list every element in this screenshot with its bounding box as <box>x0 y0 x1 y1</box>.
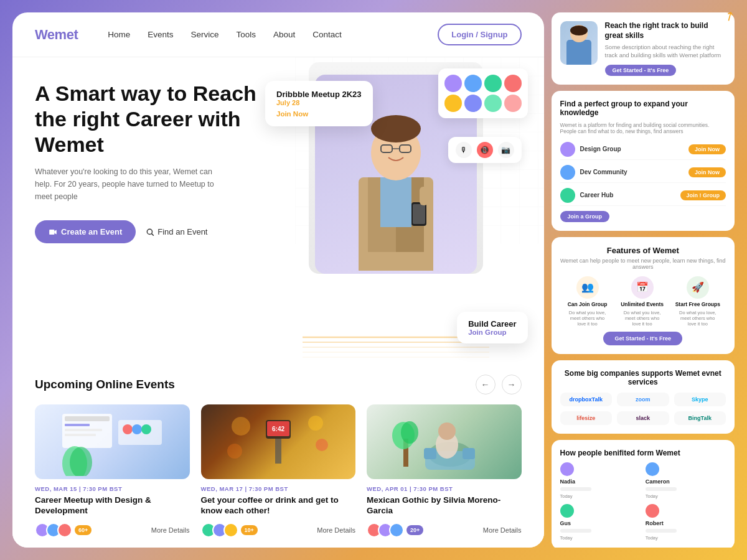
end-call-icon: 📵 <box>477 142 493 158</box>
search-icon <box>146 228 154 236</box>
benefit-name-2: Cameron <box>646 478 726 485</box>
events-grid: WED, MAR 15 | 7:30 PM BST Career Meetup … <box>35 404 522 538</box>
feature-label-events: Unlimited Events <box>621 301 664 307</box>
nav-tools[interactable]: Tools <box>237 30 256 39</box>
group-row-3: Career Hub Join ! Group <box>560 185 726 206</box>
rp-card-reach: Reach the right track to build great ski… <box>552 12 735 85</box>
event-image-1 <box>35 404 190 479</box>
rp-person-image <box>560 21 598 65</box>
benefit-bar-4 <box>646 529 677 533</box>
group-avatar-1 <box>560 142 575 157</box>
svg-rect-1 <box>49 230 54 235</box>
svg-rect-23 <box>65 416 110 421</box>
find-event-button[interactable]: Find an Event <box>146 227 207 236</box>
event-footer-2: 10+ More Details <box>201 523 356 538</box>
event-card-date: July 28 <box>276 99 362 106</box>
benefit-name-3: Gus <box>560 520 641 526</box>
group-avatar-3 <box>560 188 575 203</box>
event-item-3: WED, APR 01 | 7:30 PM BST Mexican Gothic… <box>367 404 522 538</box>
features-subtitle: Wemet can help people to meet new people… <box>560 258 726 270</box>
svg-rect-34 <box>275 439 281 464</box>
build-career-card: Build Career Join Group <box>457 312 527 343</box>
rp-reach-title: Reach the right track to build great ski… <box>605 21 726 40</box>
event-date-badge-2: WED, MAR 17 | 7:30 PM BST <box>201 485 356 492</box>
event-name-1: Career Meetup with Design & Development <box>35 495 190 516</box>
feature-icon-group: 👥 <box>576 276 599 299</box>
svg-point-49 <box>401 421 418 444</box>
nav-contact[interactable]: Contact <box>312 30 342 39</box>
hero-right: Dribbble Meetup 2K23 July 28 Join Now <box>271 62 522 362</box>
more-details-1[interactable]: More Details <box>151 526 190 534</box>
group-name-1: Design Group <box>580 146 621 152</box>
feature-unlimited-events: 📅 Unlimited Events Do what you love, mee… <box>621 276 664 327</box>
logo-prefix: We <box>35 27 55 42</box>
group-avatar-2 <box>560 165 575 180</box>
join-group-btn-3[interactable]: Join ! Group <box>680 190 726 200</box>
find-event-label: Find an Event <box>157 227 207 236</box>
features-get-started-btn[interactable]: Get Started - It's Free <box>603 332 682 345</box>
company-logos: dropboxTalk zoom Skype lifesize slack Bi… <box>560 393 726 425</box>
rp-features-card: Features of Wemet Wemet can help people … <box>552 237 735 354</box>
benefit-role-2: Today <box>646 493 726 499</box>
company-logo-lifesize: lifesize <box>560 411 612 425</box>
attendee-count-2: 10+ <box>241 525 258 535</box>
join-group-link[interactable]: Join Group <box>468 329 516 336</box>
nav-events[interactable]: Events <box>148 30 173 39</box>
next-arrow-button[interactable]: → <box>502 375 522 394</box>
avatar-sm <box>464 95 482 112</box>
create-event-button[interactable]: Create an Event <box>35 220 136 243</box>
rp-reach-desc: Some description about reaching the righ… <box>605 43 726 60</box>
feature-icon-events: 📅 <box>631 276 654 299</box>
section-header: Upcoming Online Events ← → <box>35 375 522 394</box>
more-details-3[interactable]: More Details <box>483 526 522 534</box>
svg-rect-24 <box>65 424 90 426</box>
svg-point-36 <box>308 416 323 431</box>
feature-desc-events: Do what you love, meet others who love i… <box>621 310 664 327</box>
feature-desc-group: Do what you love, meet others who love i… <box>566 310 609 327</box>
main-card: Wemet Home Events Service Tools About Co… <box>12 12 544 548</box>
benefit-bar-3 <box>560 529 591 533</box>
event-img-coffee: 6:42 <box>201 404 356 479</box>
svg-point-38 <box>227 444 242 459</box>
benefit-user-4: Robert Today <box>646 504 726 541</box>
avatars-card <box>438 68 528 118</box>
feature-join-group: 👥 Can Join Group Do what you love, meet … <box>566 276 609 327</box>
join-group-btn-1[interactable]: Join Now <box>688 144 726 154</box>
benefit-avatar-3 <box>560 504 574 518</box>
benefit-role-4: Today <box>646 535 726 541</box>
rp-card-reach-text: Reach the right track to build great ski… <box>605 21 726 76</box>
svg-rect-15 <box>413 204 425 224</box>
nav-service[interactable]: Service <box>191 30 219 39</box>
company-logo-zoom: zoom <box>617 393 669 406</box>
event-date-text: July 28 <box>276 99 299 106</box>
event-name-2: Get your coffee or drink and get to know… <box>201 495 356 516</box>
rp-companies-card: Some big companies supports Wemet evnet … <box>552 360 735 434</box>
svg-rect-25 <box>65 429 102 431</box>
attendee-avatar <box>389 523 404 538</box>
avatar-sm <box>444 95 462 112</box>
join-group-btn-2[interactable]: Join Now <box>688 167 726 177</box>
nav-home[interactable]: Home <box>108 30 130 39</box>
join-now-label[interactable]: Join Now <box>276 110 362 118</box>
avatar-sm <box>444 75 462 92</box>
rp-reach-btn[interactable]: Get Started - It's Free <box>605 65 677 76</box>
svg-point-3 <box>148 229 153 234</box>
benefit-name-1: Nadia <box>560 478 641 485</box>
svg-point-29 <box>132 424 142 434</box>
svg-line-4 <box>152 234 154 236</box>
navbar: Wemet Home Events Service Tools About Co… <box>12 12 544 57</box>
svg-rect-43 <box>424 448 436 459</box>
nav-about[interactable]: About <box>273 30 295 39</box>
company-logo-bingtalk: BingTalk <box>674 411 726 425</box>
attendee-avatars-3: 20+ <box>367 523 423 538</box>
more-details-2[interactable]: More Details <box>317 526 355 534</box>
event-image-2: 6:42 <box>201 404 356 479</box>
prev-arrow-button[interactable]: ← <box>476 375 496 394</box>
benefit-avatar-1 <box>560 462 574 476</box>
event-card-title: Dribbble Meetup 2K23 <box>276 90 362 99</box>
benefits-grid: Nadia Today Cameron Today Gus Today Robe… <box>560 462 726 541</box>
hero-title: A Smart way to Reach the right Career wi… <box>35 81 271 157</box>
event-name-3: Mexican Gothic by Silvia Moreno-Garcia <box>367 495 522 516</box>
rp-group-btn[interactable]: Join a Group <box>560 211 610 222</box>
login-button[interactable]: Login / Signup <box>438 24 521 45</box>
